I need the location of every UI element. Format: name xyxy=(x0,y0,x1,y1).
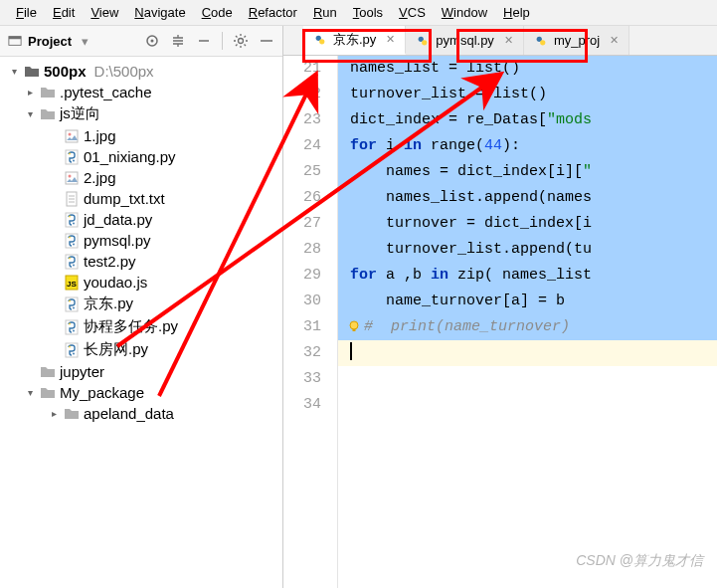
menu-navigate[interactable]: Navigate xyxy=(126,3,193,22)
tree-file[interactable]: 01_nixiang.py xyxy=(0,146,282,167)
svg-rect-1 xyxy=(9,37,21,40)
tree-item-label: dump_txt.txt xyxy=(84,190,165,207)
svg-point-39 xyxy=(350,321,358,329)
close-icon[interactable]: ✕ xyxy=(504,34,513,47)
tree-item-label: .pytest_cache xyxy=(60,84,152,100)
menu-code[interactable]: Code xyxy=(194,3,241,22)
python-file-icon xyxy=(416,34,430,48)
menu-run[interactable]: Run xyxy=(305,3,345,22)
editor-tab[interactable]: pymsql.py✕ xyxy=(406,26,524,55)
menu-file[interactable]: File xyxy=(8,3,45,22)
svg-point-11 xyxy=(69,174,72,177)
chevron-right-icon[interactable]: ▸ xyxy=(24,87,36,98)
tree-item-label: youdao.js xyxy=(84,274,147,291)
tree-file[interactable]: test2.py xyxy=(0,251,282,272)
menu-help[interactable]: Help xyxy=(495,3,538,22)
editor-body[interactable]: 2122232425262728293031323334 names_list … xyxy=(283,56,717,588)
menu-refactor[interactable]: Refactor xyxy=(241,3,305,22)
expand-all-icon[interactable] xyxy=(170,33,186,49)
tree-item-label: 2.jpg xyxy=(84,169,116,186)
svg-point-18 xyxy=(73,243,75,245)
svg-point-28 xyxy=(69,322,71,324)
tab-label: my_proj xyxy=(554,33,600,48)
code-line[interactable]: names_list.append(names xyxy=(338,185,717,211)
code-line[interactable] xyxy=(338,340,717,366)
python-file-icon xyxy=(313,33,327,47)
tree-file[interactable]: 1.jpg xyxy=(0,125,282,146)
select-opened-file-icon[interactable] xyxy=(144,33,160,49)
hide-panel-icon[interactable] xyxy=(259,33,274,49)
editor-tab[interactable]: my_proj✕ xyxy=(524,26,629,55)
tree-item-label: pymsql.py xyxy=(84,232,151,249)
close-icon[interactable]: ✕ xyxy=(610,34,619,47)
tree-file[interactable]: 协程多任务.py xyxy=(0,315,282,338)
code[interactable]: names_list = list()turnover_list = list(… xyxy=(338,56,717,588)
menu-tools[interactable]: Tools xyxy=(345,3,391,22)
tree-file[interactable]: 2.jpg xyxy=(0,167,282,188)
menu-vcs[interactable]: VCS xyxy=(391,3,434,22)
tree-file[interactable]: dump_txt.txt xyxy=(0,188,282,209)
code-line[interactable]: dict_index = re_Datas["mods xyxy=(338,107,717,133)
menu-window[interactable]: Window xyxy=(434,3,495,22)
code-line[interactable]: turnover = dict_index[i xyxy=(338,211,717,237)
code-line[interactable]: names = dict_index[i][" xyxy=(338,159,717,185)
svg-point-8 xyxy=(69,152,71,154)
code-line[interactable]: # print(name_turnover) xyxy=(338,314,717,340)
tree-folder[interactable]: ▸apeland_data xyxy=(0,403,282,424)
tree-root-path: D:\500px xyxy=(94,63,154,80)
settings-gear-icon[interactable] xyxy=(233,33,249,49)
svg-point-26 xyxy=(73,306,75,308)
tree-folder[interactable]: ▾My_package xyxy=(0,382,282,403)
tree-file[interactable]: 长房网.py xyxy=(0,338,282,361)
tree-root[interactable]: ▾ 500px D:\500px xyxy=(0,61,282,82)
editor-tab[interactable]: 京东.py✕ xyxy=(303,26,406,55)
svg-point-34 xyxy=(319,39,324,44)
code-line[interactable]: name_turnover[a] = b xyxy=(338,289,717,314)
chevron-down-icon[interactable]: ▾ xyxy=(24,387,36,398)
svg-rect-5 xyxy=(66,130,78,142)
tree-file[interactable]: jd_data.py xyxy=(0,209,282,230)
tree-item-label: jd_data.py xyxy=(84,211,152,228)
svg-point-20 xyxy=(69,257,71,259)
tree-root-name: 500px xyxy=(44,63,87,80)
code-line[interactable]: for a ,b in zip( names_list xyxy=(338,263,717,289)
project-tree[interactable]: ▾ 500px D:\500px ▸.pytest_cache▾js逆向1.jp… xyxy=(0,57,282,588)
tree-file[interactable]: pymsql.py xyxy=(0,230,282,251)
collapse-all-icon[interactable] xyxy=(196,33,212,49)
project-panel-title: Project xyxy=(28,34,72,49)
svg-point-36 xyxy=(422,40,427,45)
code-line[interactable]: turnover_list = list() xyxy=(338,82,717,107)
tree-folder[interactable]: ▾js逆向 xyxy=(0,102,282,125)
code-line[interactable] xyxy=(338,392,717,418)
svg-point-38 xyxy=(540,40,545,45)
tree-item-label: apeland_data xyxy=(84,405,174,422)
tree-file[interactable]: 京东.py xyxy=(0,293,282,315)
tab-label: pymsql.py xyxy=(436,33,494,48)
svg-point-21 xyxy=(73,264,75,266)
tree-folder[interactable]: jupyter xyxy=(0,361,282,382)
python-file-icon xyxy=(534,34,548,48)
svg-rect-10 xyxy=(66,172,78,184)
chevron-right-icon[interactable]: ▸ xyxy=(48,408,60,419)
code-line[interactable]: names_list = list() xyxy=(338,56,717,82)
intention-bulb-icon[interactable] xyxy=(347,319,361,333)
tree-item-label: My_package xyxy=(60,384,144,401)
tree-file[interactable]: JSyoudao.js xyxy=(0,272,282,293)
watermark: CSDN @算力鬼才信 xyxy=(576,552,703,570)
tree-folder[interactable]: ▸.pytest_cache xyxy=(0,82,282,102)
svg-point-14 xyxy=(69,215,71,217)
code-line[interactable]: for i in range(44): xyxy=(338,133,717,159)
menu-view[interactable]: View xyxy=(83,3,126,22)
svg-point-32 xyxy=(73,352,75,354)
code-line[interactable] xyxy=(338,366,717,392)
tab-label: 京东.py xyxy=(333,31,376,49)
chevron-down-icon[interactable]: ▾ xyxy=(24,108,36,119)
code-line[interactable]: turnover_list.append(tu xyxy=(338,237,717,263)
editor-area: 京东.py✕pymsql.py✕my_proj✕ 212223242526272… xyxy=(283,26,717,588)
close-icon[interactable]: ✕ xyxy=(386,33,395,46)
chevron-down-icon[interactable]: ▾ xyxy=(8,66,20,77)
tree-item-label: 1.jpg xyxy=(84,127,116,144)
svg-point-17 xyxy=(69,236,71,238)
menu-edit[interactable]: Edit xyxy=(45,3,83,22)
svg-point-29 xyxy=(73,329,75,331)
